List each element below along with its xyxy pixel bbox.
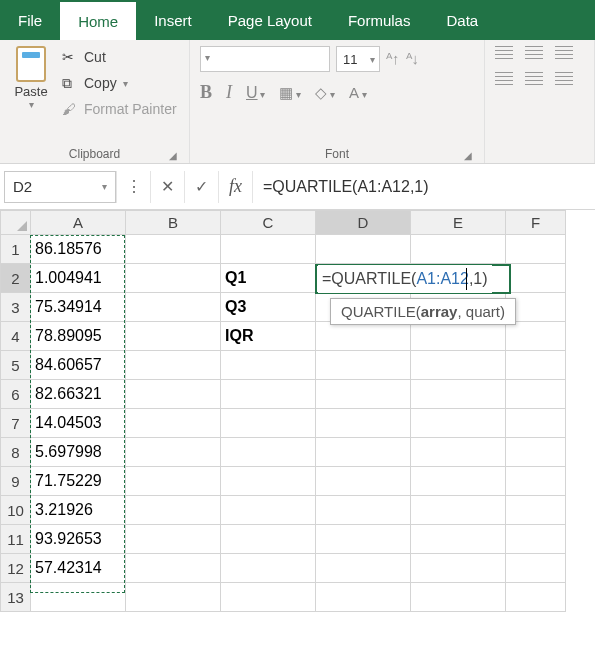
more-icon[interactable]: ⋮ [116,171,150,203]
cell[interactable] [411,235,506,264]
cell[interactable] [126,264,221,293]
underline-button[interactable]: U [246,84,258,101]
row-header[interactable]: 11 [1,525,31,554]
row-header[interactable]: 2 [1,264,31,293]
cell[interactable] [411,380,506,409]
formula-input[interactable]: =QUARTILE(A1:A12,1) [252,171,591,203]
dialog-launcher-icon[interactable]: ◢ [169,150,177,161]
cell[interactable]: 1.004941 [31,264,126,293]
tab-home[interactable]: Home [60,0,136,40]
cell[interactable] [316,525,411,554]
tab-page-layout[interactable]: Page Layout [210,0,330,40]
align-left-icon[interactable] [495,72,513,86]
italic-button[interactable]: I [226,82,232,103]
cell[interactable] [126,409,221,438]
cell[interactable] [126,351,221,380]
cell[interactable] [126,554,221,583]
align-middle-icon[interactable] [525,46,543,60]
cell[interactable] [221,409,316,438]
cell[interactable] [126,235,221,264]
cell[interactable] [316,438,411,467]
cell[interactable] [31,583,126,612]
col-header-E[interactable]: E [411,211,506,235]
tab-formulas[interactable]: Formulas [330,0,429,40]
cell[interactable]: 93.92653 [31,525,126,554]
cell[interactable]: Q1 [221,264,316,293]
cell[interactable] [221,380,316,409]
cell[interactable]: 3.21926 [31,496,126,525]
cell[interactable] [316,554,411,583]
font-color-button[interactable]: A ▾ [349,84,367,101]
cell[interactable] [506,467,566,496]
cell[interactable] [506,438,566,467]
cell[interactable] [506,496,566,525]
cell[interactable]: 84.60657 [31,351,126,380]
tab-insert[interactable]: Insert [136,0,210,40]
cell[interactable] [221,583,316,612]
cell[interactable] [506,380,566,409]
tab-file[interactable]: File [0,0,60,40]
cell[interactable] [126,467,221,496]
cell[interactable] [506,409,566,438]
cell[interactable] [506,525,566,554]
cell[interactable] [411,438,506,467]
cell[interactable] [126,293,221,322]
col-header-F[interactable]: F [506,211,566,235]
cell[interactable] [316,496,411,525]
row-header[interactable]: 9 [1,467,31,496]
align-top-icon[interactable] [495,46,513,60]
cell[interactable] [221,525,316,554]
bold-button[interactable]: B [200,82,212,103]
cell[interactable] [221,554,316,583]
copy-button[interactable]: ⧉ Copy ▾ [62,72,177,94]
cell[interactable] [126,438,221,467]
row-header[interactable]: 10 [1,496,31,525]
select-all-corner[interactable] [1,211,31,235]
cell[interactable]: 86.18576 [31,235,126,264]
cell[interactable] [411,351,506,380]
border-button[interactable]: ▦ ▾ [279,84,301,102]
cell[interactable] [316,583,411,612]
fill-color-button[interactable]: ◇ ▾ [315,84,335,102]
cell[interactable] [316,351,411,380]
cell[interactable] [316,409,411,438]
cell[interactable] [506,235,566,264]
cell[interactable] [221,438,316,467]
dialog-launcher-icon[interactable]: ◢ [464,150,472,161]
row-header[interactable]: 13 [1,583,31,612]
cell[interactable] [316,264,411,293]
row-header[interactable]: 7 [1,409,31,438]
cell[interactable]: 82.66321 [31,380,126,409]
cell[interactable] [411,583,506,612]
cell[interactable] [126,583,221,612]
col-header-D[interactable]: D [316,211,411,235]
row-header[interactable]: 4 [1,322,31,351]
cell[interactable] [126,525,221,554]
cell[interactable] [411,554,506,583]
cell[interactable]: 57.42314 [31,554,126,583]
font-size-select[interactable]: 11▾ [336,46,380,72]
format-painter-button[interactable]: 🖌 Format Painter [62,98,177,120]
cell[interactable] [221,467,316,496]
cell[interactable] [126,380,221,409]
cell[interactable] [221,496,316,525]
cell[interactable] [411,264,506,293]
cell[interactable] [126,496,221,525]
cell[interactable] [506,322,566,351]
cell[interactable]: 71.75229 [31,467,126,496]
col-header-C[interactable]: C [221,211,316,235]
paste-button[interactable]: Paste ▾ [10,46,52,120]
cell[interactable] [316,235,411,264]
align-center-icon[interactable] [525,72,543,86]
cell[interactable] [506,554,566,583]
row-header[interactable]: 6 [1,380,31,409]
font-name-select[interactable]: ▾ [200,46,330,72]
cell[interactable] [316,467,411,496]
cell[interactable]: 5.697998 [31,438,126,467]
row-header[interactable]: 8 [1,438,31,467]
insert-function-button[interactable]: fx [218,171,252,203]
cell[interactable] [411,322,506,351]
increase-font-icon[interactable] [386,50,400,68]
cell[interactable] [506,583,566,612]
cell[interactable]: 78.89095 [31,322,126,351]
